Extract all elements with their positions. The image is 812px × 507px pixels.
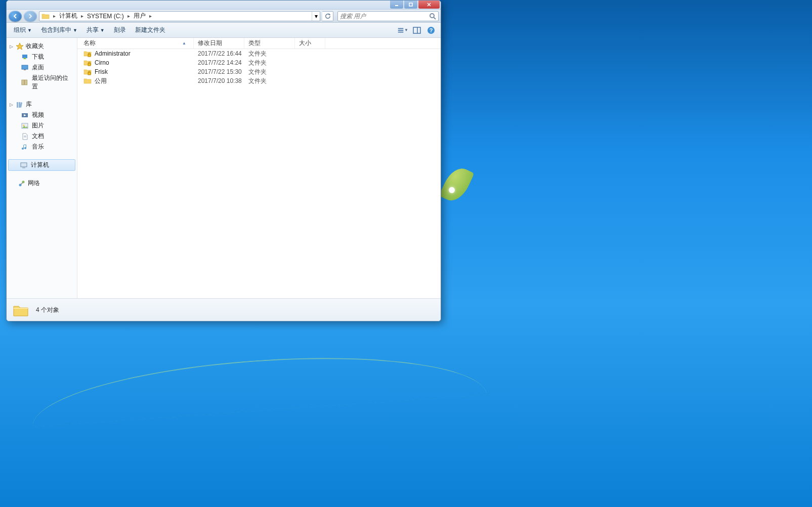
titlebar[interactable] [7, 1, 441, 10]
status-bar: 4 个对象 [7, 298, 441, 321]
music-icon [21, 143, 29, 151]
download-icon [21, 53, 29, 61]
nav-back-button[interactable] [9, 11, 22, 22]
svg-rect-27 [88, 54, 91, 57]
refresh-button[interactable] [322, 11, 333, 21]
address-dropdown[interactable]: ▾ [312, 12, 320, 21]
toolbar: 组织▼ 包含到库中▼ 共享▼ 刻录 新建文件夹 ▼ ? [7, 23, 441, 38]
search-box[interactable] [337, 11, 439, 21]
svg-rect-15 [22, 80, 24, 85]
file-date: 2017/7/22 14:24 [194, 59, 244, 66]
svg-text:?: ? [430, 27, 433, 33]
document-icon [21, 132, 29, 141]
svg-rect-22 [21, 163, 27, 167]
column-header-type[interactable]: 类型 [244, 38, 295, 49]
maximize-button[interactable] [404, 1, 417, 9]
burn-button[interactable]: 刻录 [111, 24, 129, 36]
file-type: 文件夹 [244, 68, 295, 76]
svg-rect-14 [24, 69, 26, 70]
file-name: Frisk [95, 68, 108, 75]
sidebar-item-computer[interactable]: 计算机 [8, 159, 75, 171]
file-name: Cirno [95, 59, 109, 66]
chevron-right-icon[interactable]: ▸ [52, 13, 57, 19]
file-name: Administrator [95, 50, 131, 57]
file-row[interactable]: 公用2017/7/20 10:38文件夹 [77, 76, 441, 85]
svg-line-5 [434, 17, 436, 19]
star-icon [16, 42, 24, 51]
breadcrumb-computer[interactable]: 计算机 [57, 12, 79, 21]
column-header-date[interactable]: 修改日期 [194, 38, 244, 49]
file-name: 公用 [95, 77, 107, 85]
sidebar-item-pictures[interactable]: 图片 [7, 120, 77, 131]
nav-forward-button[interactable] [24, 11, 37, 22]
folder-icon [83, 68, 92, 76]
nav-bar: ▸ 计算机 ▸ SYSTEM (C:) ▸ 用户 ▸ ▾ [7, 10, 441, 23]
library-icon [16, 101, 24, 109]
collapse-icon: ▷ [10, 102, 13, 107]
explorer-window: ▸ 计算机 ▸ SYSTEM (C:) ▸ 用户 ▸ ▾ 组织▼ 包含到库中▼ … [6, 0, 441, 321]
file-row[interactable]: Administrator2017/7/22 16:44文件夹 [77, 49, 441, 58]
share-menu[interactable]: 共享▼ [83, 24, 108, 36]
sidebar-item-videos[interactable]: 视频 [7, 110, 77, 120]
svg-rect-7 [398, 30, 404, 31]
file-date: 2017/7/22 15:30 [194, 68, 244, 75]
preview-pane-button[interactable] [411, 25, 422, 36]
column-header-name[interactable]: 名称▲ [77, 38, 194, 49]
file-list: 名称▲ 修改日期 类型 大小 Administrator2017/7/22 16… [77, 38, 441, 298]
video-icon [21, 111, 29, 119]
favorites-group[interactable]: ▷收藏夹 [7, 41, 77, 52]
breadcrumb-folder[interactable]: 用户 [132, 12, 148, 21]
column-headers: 名称▲ 修改日期 类型 大小 [77, 38, 441, 49]
help-button[interactable]: ? [425, 25, 437, 36]
recent-icon [21, 78, 29, 86]
file-type: 文件夹 [244, 50, 295, 58]
file-date: 2017/7/20 10:38 [194, 77, 244, 84]
folder-icon [41, 12, 50, 20]
chevron-right-icon[interactable]: ▸ [79, 13, 85, 19]
chevron-down-icon: ▼ [73, 28, 77, 33]
chevron-down-icon: ▼ [100, 28, 105, 33]
computer-icon [20, 161, 28, 169]
picture-icon [21, 122, 29, 130]
svg-rect-8 [398, 31, 404, 32]
chevron-right-icon[interactable]: ▸ [148, 13, 153, 19]
view-mode-button[interactable]: ▼ [397, 25, 408, 36]
svg-rect-9 [413, 27, 420, 33]
svg-rect-6 [398, 28, 404, 29]
new-folder-button[interactable]: 新建文件夹 [132, 24, 168, 36]
svg-line-26 [21, 182, 23, 185]
svg-rect-1 [409, 3, 412, 6]
organize-menu[interactable]: 组织▼ [11, 24, 35, 36]
folder-icon [83, 50, 92, 58]
status-text: 4 个对象 [36, 306, 59, 314]
sidebar-item-desktop[interactable]: 桌面 [7, 62, 77, 73]
include-in-library-menu[interactable]: 包含到库中▼ [38, 24, 80, 36]
svg-rect-23 [22, 167, 25, 168]
sort-asc-icon: ▲ [182, 41, 189, 45]
folder-icon [83, 59, 92, 67]
column-header-size[interactable]: 大小 [295, 38, 325, 49]
file-type: 文件夹 [244, 77, 295, 85]
sidebar-item-recent[interactable]: 最近访问的位置 [7, 73, 77, 92]
sidebar-item-downloads[interactable]: 下载 [7, 52, 77, 62]
chevron-right-icon[interactable]: ▸ [126, 13, 132, 19]
network-group[interactable]: 网络 [7, 178, 77, 189]
search-input[interactable] [340, 13, 429, 20]
breadcrumb-drive[interactable]: SYSTEM (C:) [85, 12, 126, 21]
file-row[interactable]: Frisk2017/7/22 15:30文件夹 [77, 67, 441, 76]
collapse-icon: ▷ [10, 44, 13, 49]
chevron-down-icon: ▼ [27, 28, 32, 33]
file-row[interactable]: Cirno2017/7/22 14:24文件夹 [77, 58, 441, 67]
sidebar-item-documents[interactable]: 文档 [7, 131, 77, 142]
address-bar[interactable]: ▸ 计算机 ▸ SYSTEM (C:) ▸ 用户 ▸ ▾ [39, 11, 320, 21]
file-type: 文件夹 [244, 59, 295, 67]
desktop-icon [21, 64, 29, 72]
svg-rect-16 [25, 80, 27, 85]
folder-icon [12, 301, 30, 319]
minimize-button[interactable] [390, 1, 403, 9]
close-button[interactable] [418, 1, 440, 9]
chevron-down-icon: ▼ [404, 28, 408, 32]
sidebar-item-music[interactable]: 音乐 [7, 142, 77, 152]
svg-rect-29 [88, 72, 91, 75]
libraries-group[interactable]: ▷库 [7, 99, 77, 110]
